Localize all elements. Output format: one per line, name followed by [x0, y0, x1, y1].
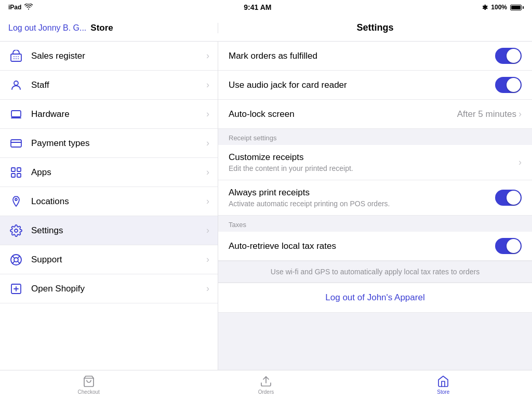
receipt-section-header: Receipt settings: [218, 129, 532, 145]
shopify-icon: [8, 281, 24, 297]
auto-retrieve-toggle[interactable]: [495, 238, 522, 254]
auto-retrieve-label: Auto-retrieve local tax rates: [229, 241, 495, 251]
svg-rect-0: [11, 54, 21, 61]
sidebar-item-open-shopify[interactable]: Open Shopify ›: [0, 274, 218, 303]
tab-store[interactable]: Store: [355, 375, 532, 395]
register-icon: [8, 48, 24, 64]
sidebar-label-staff: Staff: [31, 80, 206, 90]
main-layout: Sales register › Staff › Hardware › Paym…: [0, 42, 532, 370]
sidebar-item-locations[interactable]: Locations ›: [0, 187, 218, 216]
svg-rect-8: [11, 111, 21, 117]
sidebar-label-settings: Settings: [31, 225, 206, 236]
battery-icon: [510, 5, 524, 10]
sidebar-item-sales-register[interactable]: Sales register ›: [0, 42, 218, 71]
checkout-tab-label: Checkout: [78, 389, 100, 395]
orders-tab-label: Orders: [258, 389, 274, 395]
sidebar-label-sales-register: Sales register: [31, 51, 206, 61]
sidebar-item-support[interactable]: Support ›: [0, 245, 218, 274]
tab-orders[interactable]: Orders: [177, 375, 354, 395]
support-icon: [8, 252, 24, 268]
location-icon: [8, 194, 24, 209]
customize-receipts-title: Customize receipts: [229, 152, 518, 163]
content-panel: Mark orders as fulfilled Use audio jack …: [218, 42, 532, 370]
row-customize-receipts[interactable]: Customize receipts Edit the content in y…: [218, 145, 532, 180]
svg-rect-17: [17, 174, 21, 177]
chevron-icon: ›: [206, 50, 209, 61]
svg-point-19: [15, 229, 18, 232]
svg-point-7: [14, 81, 18, 85]
svg-rect-16: [11, 174, 15, 177]
customize-receipts-desc: Edit the content in your printed receipt…: [229, 164, 518, 172]
svg-rect-12: [11, 140, 21, 147]
logout-button-row[interactable]: Log out of John's Apparel: [218, 283, 532, 313]
audio-jack-toggle[interactable]: [495, 77, 522, 93]
mark-orders-toggle[interactable]: [495, 48, 522, 64]
apps-icon: [8, 165, 24, 180]
bluetooth-icon: ✱: [482, 4, 488, 11]
status-bar: iPad 9:41 AM ✱ 100%: [0, 0, 532, 15]
sidebar-item-apps[interactable]: Apps ›: [0, 158, 218, 187]
sidebar: Sales register › Staff › Hardware › Paym…: [0, 42, 218, 370]
sidebar-item-payment-types[interactable]: Payment types ›: [0, 129, 218, 158]
chevron-icon: ›: [206, 109, 209, 119]
sidebar-label-payment-types: Payment types: [31, 138, 206, 149]
row-always-print: Always print receipts Activate automatic…: [218, 180, 532, 216]
header-center: Settings: [218, 22, 532, 33]
header-left: Log out Jonny B. G... Store: [0, 23, 218, 33]
sidebar-item-staff[interactable]: Staff ›: [0, 71, 218, 100]
row-auto-lock[interactable]: Auto-lock screen After 5 minutes ›: [218, 100, 532, 129]
row-audio-jack: Use audio jack for card reader: [218, 71, 532, 100]
svg-line-24: [18, 256, 20, 258]
chevron-icon: ›: [206, 167, 209, 178]
store-icon: [436, 375, 450, 388]
always-print-title: Always print receipts: [229, 188, 495, 198]
svg-rect-14: [11, 168, 15, 171]
staff-icon: [8, 77, 24, 93]
device-label: iPad: [8, 4, 21, 11]
sidebar-item-hardware[interactable]: Hardware ›: [0, 100, 218, 129]
svg-line-23: [18, 261, 20, 263]
always-print-toggle[interactable]: [495, 190, 522, 206]
logout-header-link[interactable]: Log out Jonny B. G...: [8, 23, 86, 33]
auto-lock-value: After 5 minutes: [457, 109, 516, 119]
header-store-label: Store: [90, 23, 113, 33]
battery-label: 100%: [491, 4, 507, 11]
sidebar-label-support: Support: [31, 255, 206, 265]
hardware-icon: [8, 107, 24, 122]
sidebar-label-hardware: Hardware: [31, 109, 206, 119]
row-mark-orders: Mark orders as fulfilled: [218, 42, 532, 71]
time-display: 9:41 AM: [244, 3, 271, 11]
chevron-icon: ›: [206, 225, 209, 236]
auto-lock-label: Auto-lock screen: [229, 109, 457, 119]
mark-orders-label: Mark orders as fulfilled: [229, 51, 495, 61]
always-print-desc: Activate automatic receipt printing on P…: [229, 200, 495, 208]
chevron-icon: ›: [206, 254, 209, 265]
store-tab-label: Store: [437, 389, 449, 395]
tab-checkout[interactable]: Checkout: [0, 375, 177, 395]
customize-receipts-text: Customize receipts Edit the content in y…: [229, 152, 518, 172]
chevron-icon: ›: [206, 196, 209, 207]
tax-info-banner: Use wi-fi and GPS to automatically apply…: [218, 261, 532, 283]
always-print-text: Always print receipts Activate automatic…: [229, 188, 495, 208]
app-header: Log out Jonny B. G... Store Settings: [0, 15, 532, 42]
sidebar-label-open-shopify: Open Shopify: [31, 284, 206, 294]
tab-bar: Checkout Orders Store: [0, 370, 532, 399]
svg-point-18: [15, 198, 17, 201]
svg-line-25: [12, 261, 15, 263]
svg-line-22: [12, 256, 15, 258]
logout-store-button[interactable]: Log out of John's Apparel: [325, 292, 424, 302]
taxes-section-header: Taxes: [218, 216, 532, 232]
checkout-icon: [82, 375, 96, 388]
chevron-icon: ›: [206, 138, 209, 149]
customize-receipts-chevron: ›: [518, 157, 522, 168]
status-right: ✱ 100%: [482, 4, 524, 11]
status-left: iPad: [8, 4, 33, 11]
sidebar-label-apps: Apps: [31, 167, 206, 178]
payment-icon: [8, 136, 24, 151]
chevron-icon: ›: [206, 79, 209, 90]
auto-lock-right: After 5 minutes ›: [457, 109, 522, 119]
sidebar-item-settings[interactable]: Settings ›: [0, 216, 218, 245]
row-auto-retrieve: Auto-retrieve local tax rates: [218, 232, 532, 261]
audio-jack-label: Use audio jack for card reader: [229, 80, 495, 90]
page-title: Settings: [356, 22, 393, 33]
